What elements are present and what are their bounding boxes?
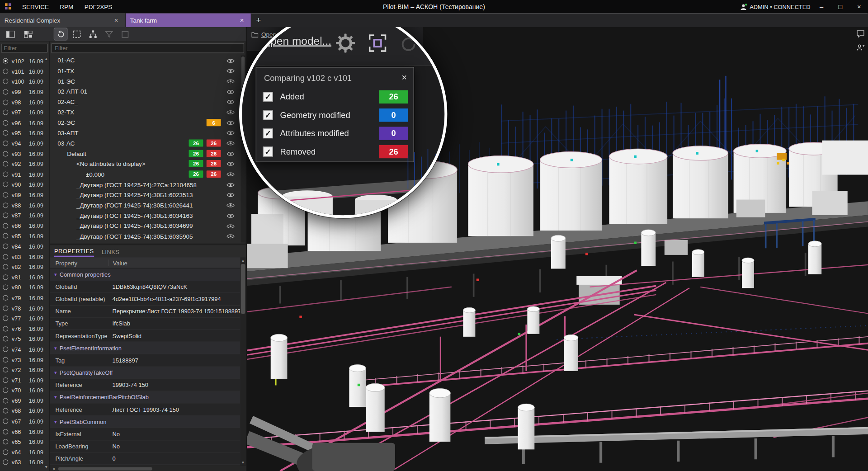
refresh-compare-icon[interactable] xyxy=(54,28,67,40)
eye-icon[interactable] xyxy=(226,172,235,177)
version-radio[interactable] xyxy=(3,439,8,444)
version-row[interactable]: v9916.09 xyxy=(0,87,49,97)
version-radio[interactable] xyxy=(3,377,8,383)
property-section-6[interactable]: ▾PsetElementInformation xyxy=(50,342,240,354)
layout-panel-icon[interactable] xyxy=(4,28,17,40)
menu-item-0[interactable]: SERVICE xyxy=(17,0,54,13)
minimize-button[interactable]: – xyxy=(814,0,829,13)
property-section-12[interactable]: ▾PsetSlabCommon xyxy=(50,416,240,428)
hierarchy-icon[interactable] xyxy=(86,28,99,40)
eye-icon[interactable] xyxy=(226,130,235,136)
version-radio[interactable] xyxy=(3,79,8,84)
version-row[interactable]: v8816.09 xyxy=(0,200,49,210)
tree-item-1[interactable]: 01-ТХ xyxy=(50,66,245,76)
version-radio[interactable] xyxy=(3,429,8,434)
collapse-arrow-icon[interactable]: ▾ xyxy=(50,394,59,400)
version-row[interactable]: v7616.09 xyxy=(0,324,49,334)
version-row[interactable]: v9216.09 xyxy=(0,159,49,169)
properties-scrollbar[interactable]: ▲ ▼ xyxy=(240,257,245,465)
version-row[interactable]: v7916.09 xyxy=(0,292,49,303)
version-row[interactable]: v8516.09 xyxy=(0,231,49,241)
version-radio[interactable] xyxy=(3,295,8,301)
eye-icon[interactable] xyxy=(226,203,235,208)
compare-checkbox[interactable]: ✓ xyxy=(263,110,273,120)
version-row[interactable]: v6916.09 xyxy=(0,396,49,406)
eye-icon[interactable] xyxy=(226,79,235,84)
version-radio[interactable] xyxy=(3,388,8,393)
version-row[interactable]: v9316.09 xyxy=(0,149,49,159)
property-row-11[interactable]: ReferenceЛист ГОСТ 19903-74 150 xyxy=(50,404,240,416)
comment-icon[interactable] xyxy=(856,30,864,38)
version-row[interactable]: v6716.09 xyxy=(0,416,49,427)
properties-tab-0[interactable]: PROPERTIES xyxy=(54,247,94,257)
layout-grid-icon[interactable] xyxy=(22,28,34,40)
version-radio[interactable] xyxy=(3,449,8,455)
version-row[interactable]: v7716.09 xyxy=(0,313,49,324)
version-radio[interactable] xyxy=(3,223,8,228)
property-row-14[interactable]: LoadBearingNo xyxy=(50,440,240,452)
eye-icon[interactable] xyxy=(226,234,235,239)
version-row[interactable]: v8916.09 xyxy=(0,190,49,200)
property-row-4[interactable]: TypeIfcSlab xyxy=(50,318,240,330)
tab-0[interactable]: Residential Complex× xyxy=(0,13,126,27)
version-radio[interactable] xyxy=(3,110,8,115)
compare-checkbox[interactable]: ✓ xyxy=(263,128,273,138)
props-scroll-down-icon[interactable]: ▼ xyxy=(240,461,245,465)
version-radio[interactable] xyxy=(3,151,8,156)
tree-item-3[interactable]: 02-АПТ-01 xyxy=(50,86,245,97)
eye-icon[interactable] xyxy=(226,182,235,188)
version-radio[interactable] xyxy=(3,212,8,218)
tree-item-15[interactable]: _Двутавр (ГОСТ 19425-74):30Б1:6034163 xyxy=(50,211,245,221)
tree-item-16[interactable]: _Двутавр (ГОСТ 19425-74):30Б1:6034699 xyxy=(50,221,245,231)
tree-item-5[interactable]: 02-ТХ xyxy=(50,107,245,118)
collapse-arrow-icon[interactable]: ▾ xyxy=(50,419,59,424)
tree-item-2[interactable]: 01-ЭС xyxy=(50,76,245,86)
tree-item-9[interactable]: Default2626 xyxy=(50,148,245,159)
version-radio[interactable] xyxy=(3,264,8,269)
selection-brackets-icon[interactable] xyxy=(367,33,388,56)
user-status[interactable]: ADMIN • CONNECTED xyxy=(740,3,810,10)
eye-icon[interactable] xyxy=(226,141,235,146)
version-row[interactable]: v9816.09 xyxy=(0,97,49,108)
version-row[interactable]: v7116.09 xyxy=(0,375,49,385)
version-radio[interactable] xyxy=(3,254,8,259)
compare-dialog-close-icon[interactable]: × xyxy=(402,72,414,82)
tree-item-10[interactable]: <No attributes to display>2626 xyxy=(50,159,245,169)
version-row[interactable]: v8016.09 xyxy=(0,283,49,293)
version-row[interactable]: v9716.09 xyxy=(0,108,49,118)
eye-icon[interactable] xyxy=(226,68,235,74)
version-radio[interactable] xyxy=(3,460,8,465)
tab-close-icon[interactable]: × xyxy=(112,16,121,24)
version-row[interactable]: v8616.09 xyxy=(0,221,49,231)
version-radio[interactable] xyxy=(3,244,8,249)
tree-item-7[interactable]: 03-АПТ xyxy=(50,128,245,138)
box-view-icon[interactable] xyxy=(118,28,131,40)
property-row-7[interactable]: Tag15188897 xyxy=(50,354,240,367)
property-row-5[interactable]: RepresentationTypeSweptSolid xyxy=(50,330,240,342)
scroll-left-icon[interactable]: ◄ xyxy=(52,466,55,471)
gear-icon[interactable] xyxy=(335,33,356,56)
version-radio[interactable] xyxy=(3,419,8,424)
version-radio[interactable] xyxy=(3,89,8,94)
version-row[interactable]: v10216.09 xyxy=(0,56,49,66)
property-row-2[interactable]: GlobalId (readable)4d2ee183-bb4c-4811-a2… xyxy=(50,293,240,305)
version-row[interactable]: v6616.09 xyxy=(0,426,49,437)
tree-item-8[interactable]: 03-АС2626 xyxy=(50,138,245,149)
version-row[interactable]: v7416.09 xyxy=(0,344,49,354)
property-section-10[interactable]: ▾PsetReinforcementBarPitchOfSlab xyxy=(50,391,240,404)
version-row[interactable]: v9616.09 xyxy=(0,118,49,128)
version-radio[interactable] xyxy=(3,141,8,146)
eye-icon[interactable] xyxy=(226,120,235,125)
eye-icon[interactable] xyxy=(226,161,235,167)
property-row-15[interactable]: PitchAngle0 xyxy=(50,452,240,465)
eye-icon[interactable] xyxy=(226,109,235,115)
version-row[interactable]: v6316.09 xyxy=(0,457,49,468)
version-row[interactable]: v9016.09 xyxy=(0,179,49,190)
version-radio[interactable] xyxy=(3,203,8,208)
eye-icon[interactable] xyxy=(226,151,235,156)
close-button[interactable]: × xyxy=(851,0,867,13)
tree-item-17[interactable]: _Двутавр (ГОСТ 19425-74):30Б1:6035905 xyxy=(50,231,245,241)
horizontal-scrollbar[interactable]: ◄ xyxy=(50,466,245,471)
version-radio[interactable] xyxy=(3,130,8,136)
version-row[interactable]: v7016.09 xyxy=(0,385,49,396)
